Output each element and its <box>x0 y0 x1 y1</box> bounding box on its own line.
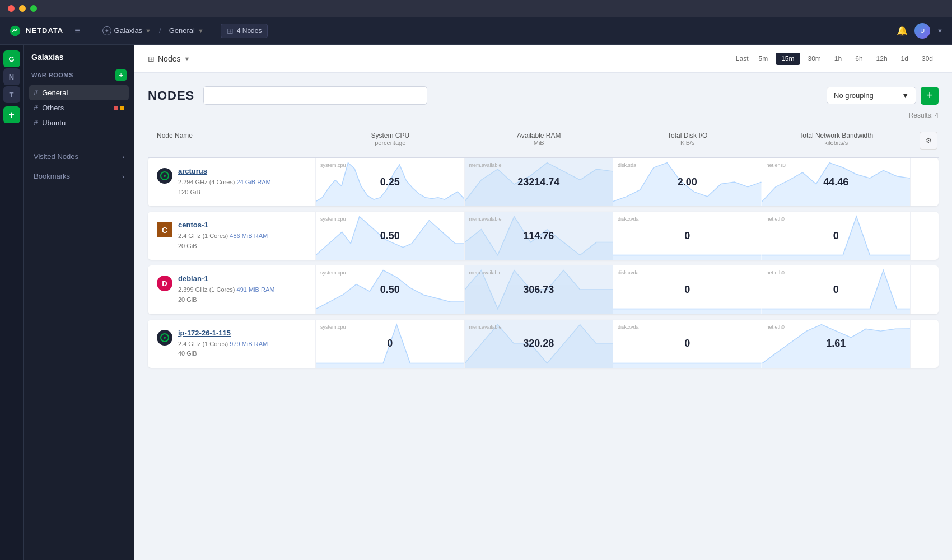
time-btn-15m[interactable]: 15m <box>776 53 800 65</box>
sidebar-letter-g[interactable]: G <box>3 50 20 67</box>
node-info: C centos-1 2.4 GHz (1 Cores) 486 MiB RAM… <box>148 212 316 260</box>
node-specs: 2.4 GHz (1 Cores) 979 MiB RAM 40 GiB <box>178 339 306 359</box>
user-avatar[interactable]: U <box>914 23 930 39</box>
metric-disk: disk.xvda 0 <box>613 320 762 368</box>
metric-cpu: system.cpu 0.50 <box>316 265 465 314</box>
settings-icon[interactable]: ⚙ <box>920 132 937 150</box>
nodes-tab-arrow: ▼ <box>184 55 190 62</box>
general-breadcrumb[interactable]: General ▼ <box>165 24 208 37</box>
node-icon <box>157 330 172 346</box>
breadcrumb: ✦ Galaxias ▼ / General ▼ <box>98 24 208 38</box>
time-btn-5m[interactable]: 5m <box>753 53 774 65</box>
nav-right: 🔔 U ▼ <box>897 23 943 39</box>
cpu-value: 0.50 <box>380 230 400 242</box>
minimize-btn[interactable] <box>19 5 26 12</box>
header-divider <box>197 53 197 64</box>
sidebar-letter-n[interactable]: N <box>3 68 20 85</box>
table-header: Node Name System CPU percentage Availabl… <box>148 128 939 158</box>
close-btn[interactable] <box>8 5 15 12</box>
metric-net: net.eth0 0 <box>762 212 911 260</box>
sidebar-item-general[interactable]: # General <box>29 85 129 100</box>
metric-disk: disk.xvda 0 <box>613 265 762 314</box>
node-icon: D <box>157 276 172 291</box>
table-row: arcturus 2.294 GHz (4 Cores) 24 GiB RAM … <box>148 158 939 206</box>
node-rows-container: arcturus 2.294 GHz (4 Cores) 24 GiB RAM … <box>148 158 939 368</box>
node-name-link[interactable]: centos-1 <box>178 221 306 229</box>
maximize-btn[interactable] <box>30 5 37 12</box>
node-details: arcturus 2.294 GHz (4 Cores) 24 GiB RAM … <box>178 167 306 197</box>
search-input[interactable] <box>203 86 427 105</box>
bookmarks-collapse[interactable]: Bookmarks › <box>29 169 129 184</box>
add-war-room-button[interactable]: + <box>115 69 127 81</box>
sidebar-general-label: General <box>42 88 68 97</box>
net-value: 44.46 <box>823 176 848 188</box>
th-node-name: Node Name <box>148 128 316 153</box>
avatar-dropdown-arrow[interactable]: ▼ <box>937 27 943 34</box>
net-value: 1.61 <box>826 338 846 349</box>
time-btn-30m[interactable]: 30m <box>802 53 827 65</box>
nodes-badge[interactable]: ⊞ 4 Nodes <box>221 24 268 38</box>
others-hash-icon: # <box>34 104 38 112</box>
ram-metric-label: mem.available <box>469 324 502 330</box>
th-available-ram: Available RAM MiB <box>465 128 614 153</box>
cpu-value: 0 <box>387 338 393 349</box>
th-network-bandwidth: Total Network Bandwidth kilobits/s <box>762 128 911 153</box>
bell-icon[interactable]: 🔔 <box>897 25 908 36</box>
ram-value: 306.73 <box>523 284 554 296</box>
bookmarks-label: Bookmarks <box>34 172 70 180</box>
node-info: D debian-1 2.399 GHz (1 Cores) 491 MiB R… <box>148 265 316 314</box>
node-ram-spec: 486 MiB RAM <box>230 232 268 239</box>
node-info: arcturus 2.294 GHz (4 Cores) 24 GiB RAM … <box>148 158 316 206</box>
sidebar: G N T + Galaxias War Rooms + # General #… <box>0 45 134 560</box>
node-name-link[interactable]: ip-172-26-1-115 <box>178 329 306 337</box>
others-status <box>114 106 124 110</box>
sidebar-others-label: Others <box>42 104 64 112</box>
grouping-label: No grouping <box>834 91 874 100</box>
th-system-cpu: System CPU percentage <box>316 128 465 153</box>
logo[interactable]: NETDATA <box>9 25 63 37</box>
main-content: NODES No grouping ▼ + Results: 4 Nod <box>134 73 952 387</box>
time-btn-6h[interactable]: 6h <box>850 53 868 65</box>
time-btn-12h[interactable]: 12h <box>871 53 893 65</box>
galaxias-breadcrumb[interactable]: ✦ Galaxias ▼ <box>98 24 156 38</box>
metric-cpu: system.cpu 0.50 <box>316 212 465 260</box>
galaxias-label: Galaxias <box>114 26 143 35</box>
hamburger-icon[interactable]: ≡ <box>74 26 80 36</box>
avatar-initials: U <box>920 27 925 34</box>
disk-value: 0 <box>684 284 690 296</box>
cpu-metric-label: system.cpu <box>320 216 346 222</box>
main-layout: G N T + Galaxias War Rooms + # General #… <box>0 45 952 560</box>
metric-ram: mem.available 306.73 <box>465 265 614 314</box>
settings-cell <box>911 320 939 368</box>
time-btn-30d[interactable]: 30d <box>916 53 939 65</box>
node-icon <box>157 168 172 184</box>
grouping-dropdown[interactable]: No grouping ▼ <box>827 87 916 104</box>
war-rooms-header: War Rooms + <box>29 69 129 81</box>
disk-value: 2.00 <box>678 176 697 188</box>
general-dropdown-arrow: ▼ <box>198 27 204 34</box>
time-btn-1d[interactable]: 1d <box>895 53 914 65</box>
node-name-link[interactable]: arcturus <box>178 167 306 175</box>
node-name-link[interactable]: debian-1 <box>178 274 306 283</box>
disk-metric-label: disk.sda <box>618 162 636 168</box>
sidebar-item-ubuntu[interactable]: # Ubuntu <box>29 115 129 130</box>
sidebar-letters: G N T + <box>0 45 24 560</box>
node-icon: C <box>157 222 172 237</box>
disk-metric-label: disk.xvda <box>618 270 639 276</box>
sidebar-add-space[interactable]: + <box>3 106 20 123</box>
metric-disk: disk.xvda 0 <box>613 212 762 260</box>
ram-metric-label: mem.available <box>469 270 502 276</box>
cpu-value: 0.50 <box>380 284 400 296</box>
top-nav: NETDATA ≡ ✦ Galaxias ▼ / General ▼ ⊞ 4 N… <box>0 17 952 45</box>
ram-value: 320.28 <box>523 338 554 349</box>
breadcrumb-separator: / <box>159 26 161 35</box>
svg-text:C: C <box>162 226 167 235</box>
add-group-button[interactable]: + <box>921 87 939 105</box>
nodes-tab[interactable]: ⊞ Nodes ▼ <box>148 54 190 63</box>
sidebar-item-others[interactable]: # Others <box>29 100 129 115</box>
visited-nodes-collapse[interactable]: Visited Nodes › <box>29 149 129 164</box>
time-btn-1h[interactable]: 1h <box>829 53 847 65</box>
node-details: debian-1 2.399 GHz (1 Cores) 491 MiB RAM… <box>178 274 306 305</box>
grouping-arrow: ▼ <box>902 91 909 100</box>
sidebar-letter-t[interactable]: T <box>3 86 20 103</box>
